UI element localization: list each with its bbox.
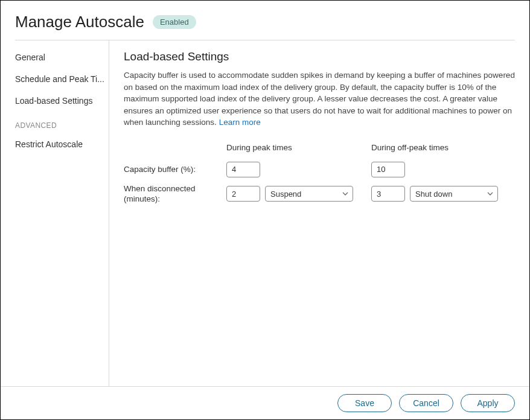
main-panel: Load-based Settings Capacity buffer is u… xyxy=(109,40,515,386)
column-header-peak: During peak times xyxy=(226,143,353,156)
section-heading: Load-based Settings xyxy=(124,50,515,63)
page-title: Manage Autoscale xyxy=(15,13,144,31)
when-disconnected-peak-action-select[interactable]: Suspend xyxy=(265,186,353,202)
when-disconnected-peak-action-value: Suspend xyxy=(270,189,301,199)
when-disconnected-offpeak-action-select[interactable]: Shut down xyxy=(410,186,498,202)
capacity-buffer-peak-cell xyxy=(226,162,353,177)
when-disconnected-offpeak-cell: Shut down xyxy=(371,186,498,202)
chevron-down-icon xyxy=(342,190,349,197)
column-header-offpeak: During off-peak times xyxy=(371,143,498,156)
sidebar-item-restrict-autoscale[interactable]: Restrict Autoscale xyxy=(15,133,109,155)
when-disconnected-label: When disconnected (minutes): xyxy=(124,183,226,205)
sidebar-item-general[interactable]: General xyxy=(15,46,109,68)
chevron-down-icon xyxy=(487,190,494,197)
sidebar-item-schedule[interactable]: Schedule and Peak Ti... xyxy=(15,68,109,90)
description-text: Capacity buffer is used to accommodate s… xyxy=(124,71,515,127)
cancel-button[interactable]: Cancel xyxy=(399,394,453,412)
dialog-footer: Save Cancel Apply xyxy=(1,386,529,419)
capacity-buffer-peak-input[interactable] xyxy=(226,162,260,177)
sidebar-advanced-label: ADVANCED xyxy=(15,112,109,133)
sidebar: General Schedule and Peak Ti... Load-bas… xyxy=(1,40,109,386)
when-disconnected-offpeak-input[interactable] xyxy=(371,186,405,202)
when-disconnected-offpeak-action-value: Shut down xyxy=(415,189,452,199)
when-disconnected-peak-cell: Suspend xyxy=(226,186,353,202)
settings-grid: During peak times During off-peak times … xyxy=(124,143,515,205)
apply-button[interactable]: Apply xyxy=(461,394,515,412)
dialog-body: General Schedule and Peak Ti... Load-bas… xyxy=(15,40,515,386)
when-disconnected-peak-input[interactable] xyxy=(226,186,260,202)
dialog-header: Manage Autoscale Enabled xyxy=(1,1,529,40)
capacity-buffer-offpeak-cell xyxy=(371,162,498,177)
status-badge: Enabled xyxy=(153,15,196,29)
section-description: Capacity buffer is used to accommodate s… xyxy=(124,69,515,129)
capacity-buffer-label: Capacity buffer (%): xyxy=(124,165,226,174)
capacity-buffer-offpeak-input[interactable] xyxy=(371,162,405,177)
save-button[interactable]: Save xyxy=(337,394,392,412)
sidebar-item-load-based[interactable]: Load-based Settings xyxy=(15,90,109,112)
learn-more-link[interactable]: Learn more xyxy=(219,118,261,127)
